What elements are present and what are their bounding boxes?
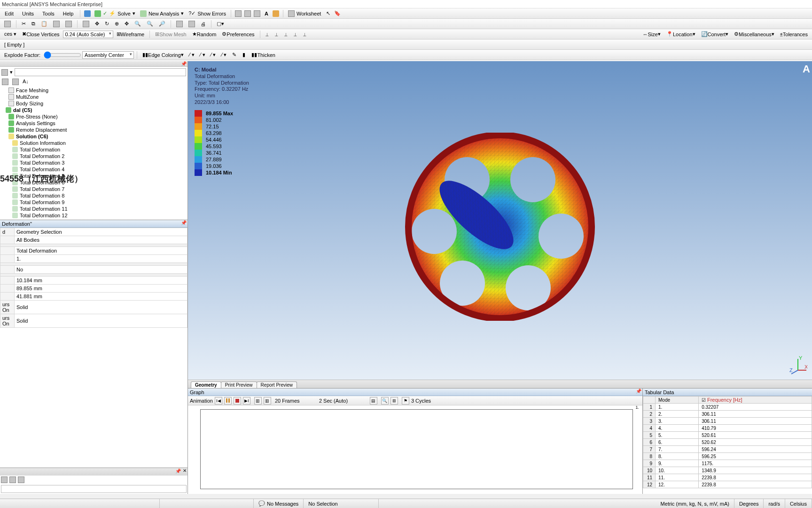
viewport[interactable]: C: Modal Total Deformation Type: Total D…: [188, 61, 812, 380]
tb-icon-3[interactable]: [253, 9, 261, 18]
anim-loop-1[interactable]: ▥: [254, 397, 262, 405]
tree-solution[interactable]: Solution (C6): [0, 133, 187, 140]
tb2-ces[interactable]: ces ▾: [2, 30, 19, 39]
tree-prestress[interactable]: Pre-Stress (None): [0, 113, 187, 120]
sort-icon[interactable]: A↓: [23, 79, 29, 85]
details-solid1[interactable]: Solid: [15, 301, 187, 314]
status-rads[interactable]: rad/s: [764, 499, 785, 508]
tab-report-preview[interactable]: Report Preview: [257, 381, 297, 388]
thicken-button[interactable]: ▮▮ Thicken: [249, 51, 278, 59]
tb-icon-1[interactable]: [234, 9, 242, 18]
table-row[interactable]: 66.520.62: [643, 439, 812, 446]
ec-4[interactable]: ∕ ▾: [219, 51, 229, 59]
align-2[interactable]: ⟂: [273, 30, 281, 39]
graph-pin-icon[interactable]: 📌: [636, 389, 641, 394]
menu-help[interactable]: Help: [59, 10, 78, 17]
align-4[interactable]: ⟂: [291, 30, 300, 39]
show-errors-button[interactable]: ?✓Show Errors: [187, 9, 228, 17]
tb1-view-2[interactable]: [186, 20, 197, 28]
status-degrees[interactable]: Degrees: [734, 499, 764, 508]
menu-edit[interactable]: Edit: [1, 10, 17, 17]
table-row[interactable]: 88.596.25: [643, 453, 812, 460]
save-icon[interactable]: [83, 9, 92, 18]
tabular-table[interactable]: Mode ☑ Frequency [Hz] 11.0.3220722.306.1…: [643, 396, 812, 494]
tree-td[interactable]: Total Deformation: [0, 146, 187, 153]
tb1-copy[interactable]: ⧉: [29, 20, 38, 28]
tb1-magnify[interactable]: 🔍: [144, 20, 156, 28]
anim-mag[interactable]: 🔍: [381, 397, 389, 405]
ec-2[interactable]: ∕ ▾: [198, 51, 208, 59]
tab-geometry[interactable]: Geometry: [191, 381, 221, 388]
col-mode[interactable]: Mode: [656, 397, 699, 404]
triad-icon[interactable]: Y X Z: [789, 356, 807, 375]
details-no[interactable]: No: [15, 266, 187, 274]
tree-solinfo[interactable]: Solution Information: [0, 140, 187, 146]
msg-close-icon[interactable]: ✕: [183, 468, 187, 473]
tree-tb-1[interactable]: [2, 79, 8, 85]
menu-units[interactable]: Units: [18, 10, 38, 17]
status-units[interactable]: Metric (mm, kg, N, s, mV, mA): [656, 499, 734, 508]
align-1[interactable]: ⟂: [263, 30, 272, 39]
table-row[interactable]: 1111.2239.8: [643, 474, 812, 481]
tb-icon-4[interactable]: A: [262, 9, 271, 18]
tb1-btn-1[interactable]: [2, 20, 13, 28]
anim-first-button[interactable]: I◀: [215, 397, 222, 405]
details-type[interactable]: Total Deformation: [15, 247, 187, 255]
tree-td3[interactable]: Total Deformation 3: [0, 159, 187, 166]
pin-icon[interactable]: 📌: [181, 61, 187, 66]
tree-multizone[interactable]: MultiZone: [0, 94, 187, 100]
tb1-fit[interactable]: 🔍: [132, 20, 143, 28]
tb1-sel-1[interactable]: [80, 20, 92, 28]
tree-td11[interactable]: Total Deformation 11: [0, 206, 187, 212]
table-row[interactable]: 55.520.61: [643, 432, 812, 439]
tree-td6[interactable]: Total Deformation 6: [0, 179, 187, 186]
tag-icon[interactable]: 🔖: [333, 9, 342, 18]
msg-tb-1[interactable]: [1, 476, 8, 483]
tree-td2[interactable]: Total Deformation 2: [0, 153, 187, 159]
new-analysis-button[interactable]: New Analysis▾: [138, 9, 186, 18]
details-pin-icon[interactable]: 📌: [181, 220, 187, 225]
tree-td9[interactable]: Total Deformation 9: [0, 199, 187, 206]
table-row[interactable]: 1010.1348.9: [643, 467, 812, 474]
tb1-rotate[interactable]: ↻: [102, 20, 111, 28]
frames-dropdown[interactable]: 20 Frames: [275, 398, 317, 404]
preferences-button[interactable]: ⚙ Preferences: [219, 30, 257, 39]
pointer-icon[interactable]: ↖: [324, 9, 332, 18]
table-row[interactable]: 77.596.24: [643, 446, 812, 453]
tree-body-sizing[interactable]: Body Sizing: [0, 100, 187, 107]
tree-body[interactable]: Face Meshing MultiZone Body Sizing dal (…: [0, 86, 187, 220]
tab-print-preview[interactable]: Print Preview: [221, 381, 257, 388]
anim-loop-2[interactable]: ▥: [264, 397, 271, 405]
tb1-sel-2[interactable]: ✥: [93, 20, 102, 28]
details-mode[interactable]: 1.: [15, 255, 187, 263]
msg-input[interactable]: [1, 485, 187, 493]
time-dropdown[interactable]: 2 Sec (Auto): [319, 398, 366, 404]
anim-opt-1[interactable]: ▤: [370, 397, 377, 405]
anim-stop-button[interactable]: [234, 397, 241, 405]
status-messages[interactable]: 💬 No Messages: [254, 499, 304, 508]
tree-search-input[interactable]: [15, 68, 186, 76]
tb-icon-5[interactable]: [272, 9, 280, 18]
worksheet-button[interactable]: Worksheet: [286, 9, 323, 18]
tb1-pan[interactable]: ✥: [122, 20, 131, 28]
tb1-view-1[interactable]: [174, 20, 185, 28]
tb1-paste[interactable]: 📋: [39, 20, 50, 28]
tree-modal[interactable]: dal (C5): [0, 107, 187, 113]
chevron-down-icon[interactable]: ▾: [10, 69, 13, 75]
menu-tools[interactable]: Tools: [39, 10, 58, 17]
anim-last-button[interactable]: ▶I: [243, 397, 250, 405]
wireframe-button[interactable]: ⊞ Wireframe: [114, 30, 147, 39]
tb1-print[interactable]: 🖨: [198, 20, 208, 28]
anim-grid[interactable]: ⊞: [390, 397, 398, 405]
table-row[interactable]: 44.410.79: [643, 425, 812, 432]
tb1-zoom2[interactable]: 🔎: [156, 20, 168, 28]
edge-coloring-button[interactable]: ▮▮ Edge Coloring ▾: [140, 51, 186, 59]
details-geomsel[interactable]: Geometry Selection: [15, 228, 187, 236]
status-celsius[interactable]: Celsius: [785, 499, 812, 508]
tb1-cut[interactable]: ✂: [19, 20, 28, 28]
tree-td12[interactable]: Total Deformation 12: [0, 212, 187, 219]
convert-button[interactable]: 🔄 Convert ▾: [699, 30, 731, 39]
explode-slider[interactable]: [44, 51, 81, 59]
assembly-dropdown[interactable]: Assembly Center: [82, 51, 134, 59]
close-vertices-button[interactable]: ✖ Close Vertices: [20, 30, 62, 39]
